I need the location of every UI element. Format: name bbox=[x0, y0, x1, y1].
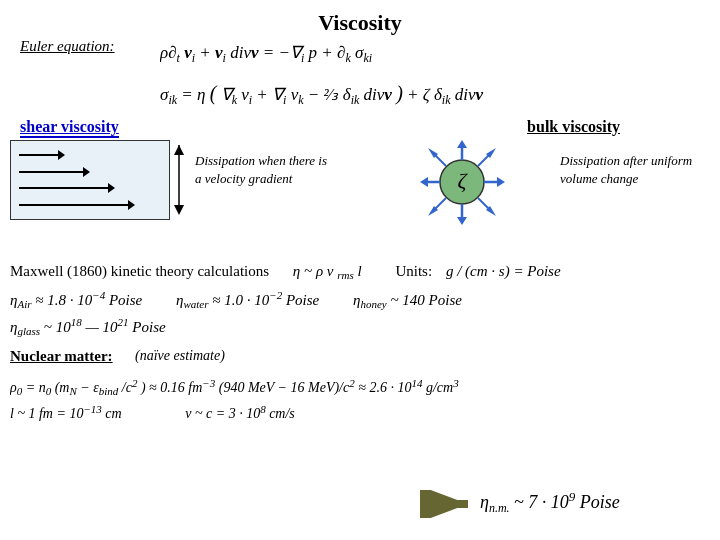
svg-text:ηglass
       ~ 1018
       — : ηglass ~ 1018 — 1021 Poise bbox=[10, 316, 166, 337]
svg-marker-4 bbox=[174, 145, 184, 155]
svg-marker-3 bbox=[174, 205, 184, 215]
svg-marker-8 bbox=[457, 140, 467, 148]
page-title: Viscosity bbox=[0, 0, 720, 36]
shear-viscosity-label: shear viscosity bbox=[20, 118, 119, 138]
final-result-svg: ηn.m. ~ 7 · 109 Poise bbox=[480, 484, 700, 518]
svg-marker-14 bbox=[497, 177, 505, 187]
arrow-row-3 bbox=[19, 187, 161, 189]
nuclear-eq2: l ~ 1 fm = 10−13 cm v ~ c = 3 · 108 cm/s bbox=[10, 398, 710, 430]
svg-text:ρ∂t
      vi
       + 
      v: ρ∂t vi + vi divv = −∇i p + ∂k σki bbox=[160, 43, 372, 65]
dissipation-bulk-text: Dissipation after uniform volume change bbox=[560, 152, 700, 188]
arrow-line-2 bbox=[19, 171, 84, 173]
bulk-viscosity-icon: ζ bbox=[420, 140, 505, 225]
values-row2-svg: ηglass ~ 1018 — 1021 Poise bbox=[10, 312, 410, 340]
euler-eq1-svg: ρ∂t vi + vi divv = −∇i p + ∂k σki bbox=[160, 32, 680, 70]
svg-text:σik
       = η
      (
      ∇: σik = η ( ∇k vi + ∇i vk − ²⁄₃ δik divv )… bbox=[160, 82, 484, 107]
euler-equations: ρ∂t vi + vi divv = −∇i p + ∂k σki σik = … bbox=[160, 32, 710, 118]
arrow-line-4 bbox=[19, 204, 129, 206]
bulk-viscosity-label: bulk viscosity bbox=[527, 118, 620, 136]
values-row1-svg: ηAir ≈ 1.8 · 10−4 Poise ηwater ≈ 1.0 · 1… bbox=[10, 285, 710, 313]
maxwell-eq-svg: Maxwell (1860) kinetic theory calculatio… bbox=[10, 255, 710, 285]
arrow-row-1 bbox=[19, 154, 161, 156]
svg-text:ηAir
       ≈ 1.8 · 10−4
     : ηAir ≈ 1.8 · 10−4 Poise ηwater ≈ 1.0 · 1… bbox=[10, 289, 462, 310]
svg-marker-12 bbox=[420, 177, 428, 187]
svg-text:Maxwell (1860) kinetic theory : Maxwell (1860) kinetic theory calculatio… bbox=[10, 263, 561, 281]
svg-text:ρ0
       = n0
      (mN
     : ρ0 = n0 (mN − εbind /c2 ) ≈ 0.16 fm−3 (9… bbox=[10, 377, 459, 397]
svg-text:ηn.m.
       ~ 7 · 109
      P: ηn.m. ~ 7 · 109 Poise bbox=[480, 489, 620, 515]
svg-text:l ~ 1 fm = 10−13
       cm
   : l ~ 1 fm = 10−13 cm v ~ c = 3 · 108 cm/s bbox=[10, 403, 295, 421]
nuclear-matter-label: Nuclear matter: bbox=[10, 348, 113, 365]
svg-marker-10 bbox=[457, 217, 467, 225]
euler-eq2-svg: σik = η ( ∇k vi + ∇i vk − ²⁄₃ δik divv )… bbox=[160, 74, 680, 114]
shear-arrows bbox=[11, 141, 169, 219]
arrow-row-4 bbox=[19, 204, 161, 206]
nuclear-eq1-svg: ρ0 = n0 (mN − εbind /c2 ) ≈ 0.16 fm−3 (9… bbox=[10, 372, 710, 400]
arrow-row-2 bbox=[19, 171, 161, 173]
maxwell-row: Maxwell (1860) kinetic theory calculatio… bbox=[10, 255, 710, 289]
euler-label: Euler equation: bbox=[20, 38, 115, 55]
naive-estimate-label: (naïve estimate) bbox=[135, 348, 225, 364]
gradient-arrow bbox=[168, 145, 190, 215]
final-result: ηn.m. ~ 7 · 109 Poise bbox=[480, 484, 700, 522]
shear-viscosity-box bbox=[10, 140, 170, 220]
final-arrow-icon bbox=[420, 490, 475, 518]
arrow-line-3 bbox=[19, 187, 109, 189]
dissipation-shear-text: Dissipation when there is a velocity gra… bbox=[195, 152, 335, 188]
nuclear-eq2-svg: l ~ 1 fm = 10−13 cm v ~ c = 3 · 108 cm/s bbox=[10, 398, 710, 426]
arrow-line-1 bbox=[19, 154, 59, 156]
values-row2: ηglass ~ 1018 — 1021 Poise bbox=[10, 312, 710, 344]
